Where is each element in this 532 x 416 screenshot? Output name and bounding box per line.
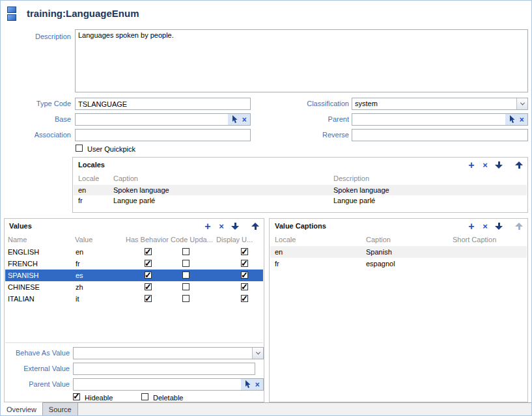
value-cell: it [76, 293, 79, 305]
values-toolbar: + × [203, 221, 260, 231]
locales-rows: en Spoken language Spoken language fr La… [74, 185, 527, 206]
tab-overview[interactable]: Overview [1, 402, 43, 415]
locale-cell: fr [275, 258, 279, 270]
parent-input[interactable] [352, 114, 505, 125]
column-header: Name [8, 236, 27, 243]
add-icon[interactable]: + [467, 221, 476, 231]
name-cell: ENGLISH [8, 246, 39, 258]
association-input[interactable] [75, 129, 251, 141]
parent-field: × [352, 113, 528, 126]
select-cursor-icon[interactable] [509, 115, 516, 124]
tab-source[interactable]: Source [43, 403, 78, 415]
display-updatable-checkbox[interactable] [241, 283, 248, 290]
code-updatable-checkbox[interactable] [182, 283, 189, 290]
value-cell: fr [76, 258, 80, 270]
locales-column-headers: Locale Caption Description [73, 174, 527, 184]
code-updatable-checkbox[interactable] [182, 260, 189, 267]
hideable-label: Hideable [85, 394, 113, 402]
parent-value-input[interactable] [74, 379, 241, 390]
description-label: Description [1, 33, 71, 40]
move-up-icon [515, 222, 523, 230]
description-input[interactable]: Languages spoken by people. [75, 29, 528, 92]
base-input[interactable] [76, 114, 228, 125]
caption-row[interactable]: fr espagnol [270, 258, 527, 270]
display-updatable-checkbox[interactable] [241, 260, 248, 267]
value-captions-rows: en Spanish fr espagnol [270, 246, 527, 270]
column-header: Has Behavior [126, 236, 169, 243]
deletable-label: Deletable [153, 394, 183, 402]
value-row[interactable]: SPANISH es [5, 270, 263, 281]
delete-icon[interactable]: × [481, 221, 490, 231]
values-rows: ENGLISH en FRENCH fr SPANISH es [5, 246, 263, 305]
has-behavior-checkbox[interactable] [145, 283, 152, 290]
add-icon[interactable]: + [467, 160, 476, 170]
locale-cell: en [275, 246, 283, 258]
value-row[interactable]: FRENCH fr [5, 258, 263, 270]
values-panel: Values + × Name Value Has Behavior Code … [4, 218, 264, 402]
locales-toolbar: + × [467, 160, 524, 170]
value-row[interactable]: ITALIAN it [5, 293, 263, 305]
page-title: training:LanguageEnum [27, 8, 139, 19]
select-cursor-icon[interactable] [231, 115, 238, 124]
has-behavior-checkbox[interactable] [145, 295, 152, 302]
column-header: Code Upda... [171, 236, 213, 243]
display-updatable-checkbox[interactable] [241, 295, 248, 302]
move-up-icon[interactable] [251, 222, 259, 230]
has-behavior-checkbox[interactable] [145, 248, 152, 255]
parent-value-picker-buttons: × [241, 379, 263, 390]
column-header: Caption [113, 174, 138, 182]
name-cell: ITALIAN [8, 293, 35, 305]
move-up-icon[interactable] [515, 161, 523, 169]
behave-as-value-label: Behave As Value [5, 349, 70, 357]
value-captions-toolbar: + × [467, 221, 524, 231]
chevron-down-icon[interactable] [252, 348, 263, 359]
deletable-checkbox[interactable] [141, 393, 148, 400]
clear-icon[interactable]: × [242, 116, 247, 124]
locale-row[interactable]: fr Langue parlé Langue parlé [74, 195, 527, 206]
external-value-label: External Value [5, 365, 70, 372]
move-down-icon[interactable] [231, 222, 239, 230]
locales-title: Locales [78, 161, 105, 169]
behave-as-value-select[interactable] [73, 347, 264, 359]
parent-picker-buttons: × [505, 114, 527, 125]
user-quickpick-checkbox[interactable] [76, 145, 83, 152]
enum-type-icon [7, 6, 22, 21]
behave-as-value-value [74, 348, 252, 359]
enum-editor-window: training:LanguageEnum Description Langua… [0, 0, 532, 416]
caption-row[interactable]: en Spanish [270, 246, 527, 258]
parent-value-label: Parent Value [5, 380, 70, 388]
locale-cell: en [78, 185, 86, 195]
reverse-input[interactable] [352, 129, 528, 141]
has-behavior-checkbox[interactable] [145, 271, 152, 279]
association-label: Association [1, 131, 71, 139]
move-down-icon[interactable] [495, 222, 503, 230]
has-behavior-checkbox[interactable] [145, 260, 152, 267]
locale-row[interactable]: en Spoken language Spoken language [74, 185, 527, 195]
delete-icon[interactable]: × [217, 221, 226, 231]
code-updatable-checkbox[interactable] [182, 248, 189, 255]
code-updatable-checkbox[interactable] [182, 295, 189, 302]
bottom-tab-bar: Overview Source [1, 402, 531, 415]
display-updatable-checkbox[interactable] [241, 271, 248, 279]
values-title: Values [9, 222, 32, 230]
type-code-input[interactable] [75, 98, 251, 110]
move-down-icon[interactable] [495, 161, 503, 169]
hideable-checkbox[interactable] [73, 393, 80, 400]
value-row[interactable]: CHINESE zh [5, 281, 263, 293]
value-row[interactable]: ENGLISH en [5, 246, 263, 258]
delete-icon[interactable]: × [481, 160, 490, 170]
locale-cell: fr [78, 195, 83, 206]
clear-icon[interactable]: × [255, 381, 260, 389]
clear-icon[interactable]: × [520, 116, 524, 124]
select-cursor-icon[interactable] [244, 380, 251, 389]
value-cell: zh [76, 281, 83, 293]
column-header: Description [333, 174, 369, 182]
display-updatable-checkbox[interactable] [241, 248, 248, 255]
external-value-input[interactable] [73, 363, 255, 375]
add-icon[interactable]: + [203, 221, 212, 231]
caption-cell: espagnol [366, 258, 395, 270]
code-updatable-checkbox[interactable] [182, 271, 189, 279]
chevron-down-icon[interactable] [516, 98, 527, 109]
reverse-label: Reverse [261, 131, 349, 139]
classification-select[interactable]: system [352, 98, 528, 110]
